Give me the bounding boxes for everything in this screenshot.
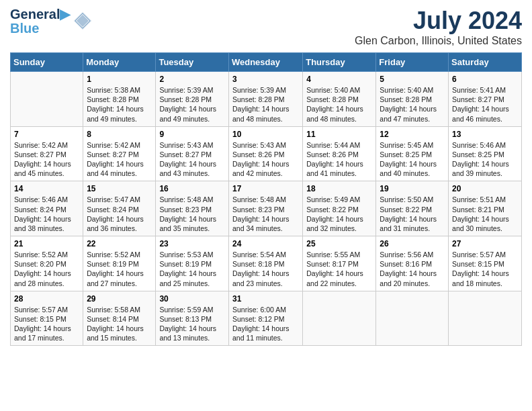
day-number: 9: [159, 130, 225, 139]
col-header-monday: Monday: [83, 53, 156, 72]
day-number: 12: [380, 130, 445, 139]
day-number: 11: [306, 130, 372, 139]
calendar-cell: 21Sunrise: 5:52 AMSunset: 8:20 PMDayligh…: [11, 236, 83, 291]
day-number: 4: [306, 75, 372, 84]
day-info: Sunrise: 5:52 AMSunset: 8:19 PMDaylight:…: [87, 250, 152, 288]
calendar-cell: 23Sunrise: 5:53 AMSunset: 8:19 PMDayligh…: [156, 236, 229, 291]
day-info: Sunrise: 5:47 AMSunset: 8:24 PMDaylight:…: [87, 195, 152, 233]
calendar-table: SundayMondayTuesdayWednesdayThursdayFrid…: [10, 52, 522, 346]
calendar-cell: 14Sunrise: 5:46 AMSunset: 8:24 PMDayligh…: [11, 181, 83, 236]
day-info: Sunrise: 5:59 AMSunset: 8:13 PMDaylight:…: [159, 305, 225, 343]
day-number: 18: [306, 184, 372, 193]
day-number: 19: [380, 184, 445, 193]
day-info: Sunrise: 5:42 AMSunset: 8:27 PMDaylight:…: [87, 140, 152, 179]
day-info: Sunrise: 5:53 AMSunset: 8:19 PMDaylight:…: [159, 250, 225, 288]
calendar-cell: 29Sunrise: 5:58 AMSunset: 8:14 PMDayligh…: [83, 291, 156, 346]
day-info: Sunrise: 5:49 AMSunset: 8:22 PMDaylight:…: [306, 195, 372, 233]
day-number: 30: [159, 294, 225, 304]
calendar-cell: [449, 291, 522, 346]
day-info: Sunrise: 5:39 AMSunset: 8:28 PMDaylight:…: [232, 85, 299, 124]
logo-icon: [73, 11, 93, 31]
calendar-cell: 7Sunrise: 5:42 AMSunset: 8:27 PMDaylight…: [11, 126, 83, 181]
calendar-cell: 20Sunrise: 5:51 AMSunset: 8:21 PMDayligh…: [449, 181, 522, 236]
day-info: Sunrise: 5:38 AMSunset: 8:28 PMDaylight:…: [87, 85, 152, 124]
day-number: 25: [306, 239, 372, 248]
day-number: 3: [232, 75, 299, 84]
calendar-cell: 11Sunrise: 5:44 AMSunset: 8:26 PMDayligh…: [303, 126, 376, 181]
day-info: Sunrise: 5:39 AMSunset: 8:28 PMDaylight:…: [159, 85, 225, 124]
day-number: 13: [452, 130, 518, 139]
calendar-cell: 2Sunrise: 5:39 AMSunset: 8:28 PMDaylight…: [156, 72, 229, 127]
day-info: Sunrise: 5:58 AMSunset: 8:14 PMDaylight:…: [87, 305, 152, 343]
calendar-cell: 1Sunrise: 5:38 AMSunset: 8:28 PMDaylight…: [83, 72, 156, 127]
title-block: July 2024 Glen Carbon, Illinois, United …: [355, 7, 522, 47]
calendar-cell: 30Sunrise: 5:59 AMSunset: 8:13 PMDayligh…: [156, 291, 229, 346]
day-number: 14: [14, 184, 79, 193]
day-number: 5: [380, 75, 445, 84]
day-info: Sunrise: 5:41 AMSunset: 8:27 PMDaylight:…: [452, 85, 518, 124]
day-number: 10: [232, 130, 299, 139]
day-number: 7: [14, 130, 79, 139]
col-header-saturday: Saturday: [449, 53, 522, 72]
day-number: 8: [87, 130, 152, 139]
day-number: 2: [159, 75, 225, 84]
calendar-cell: 24Sunrise: 5:54 AMSunset: 8:18 PMDayligh…: [228, 236, 302, 291]
day-info: Sunrise: 5:40 AMSunset: 8:28 PMDaylight:…: [306, 85, 372, 124]
day-info: Sunrise: 5:46 AMSunset: 8:24 PMDaylight:…: [14, 195, 79, 233]
day-info: Sunrise: 5:54 AMSunset: 8:18 PMDaylight:…: [232, 250, 299, 288]
day-number: 20: [452, 184, 518, 193]
day-number: 24: [232, 239, 299, 248]
day-info: Sunrise: 5:46 AMSunset: 8:25 PMDaylight:…: [452, 140, 518, 179]
col-header-thursday: Thursday: [303, 53, 376, 72]
calendar-cell: 31Sunrise: 6:00 AMSunset: 8:12 PMDayligh…: [228, 291, 302, 346]
day-info: Sunrise: 5:44 AMSunset: 8:26 PMDaylight:…: [306, 140, 372, 179]
day-info: Sunrise: 6:00 AMSunset: 8:12 PMDaylight:…: [232, 305, 299, 343]
calendar-cell: 8Sunrise: 5:42 AMSunset: 8:27 PMDaylight…: [83, 126, 156, 181]
day-number: 23: [159, 239, 225, 248]
day-info: Sunrise: 5:45 AMSunset: 8:25 PMDaylight:…: [380, 140, 445, 179]
day-number: 16: [159, 184, 225, 193]
day-number: 31: [232, 294, 299, 304]
calendar-cell: 12Sunrise: 5:45 AMSunset: 8:25 PMDayligh…: [376, 126, 449, 181]
calendar-cell: 9Sunrise: 5:43 AMSunset: 8:27 PMDaylight…: [156, 126, 229, 181]
calendar-cell: 17Sunrise: 5:48 AMSunset: 8:23 PMDayligh…: [228, 181, 302, 236]
calendar-cell: [303, 291, 376, 346]
calendar-cell: 26Sunrise: 5:56 AMSunset: 8:16 PMDayligh…: [376, 236, 449, 291]
calendar-cell: 19Sunrise: 5:50 AMSunset: 8:22 PMDayligh…: [376, 181, 449, 236]
col-header-friday: Friday: [376, 53, 449, 72]
calendar-cell: 28Sunrise: 5:57 AMSunset: 8:15 PMDayligh…: [11, 291, 83, 346]
day-number: 29: [87, 294, 152, 304]
day-info: Sunrise: 5:51 AMSunset: 8:21 PMDaylight:…: [452, 195, 518, 233]
day-number: 1: [87, 75, 152, 84]
page-header: General▶ Blue July 2024 Glen Carbon, Ill…: [10, 7, 522, 47]
day-info: Sunrise: 5:57 AMSunset: 8:15 PMDaylight:…: [14, 305, 79, 343]
day-number: 28: [14, 294, 79, 304]
day-info: Sunrise: 5:50 AMSunset: 8:22 PMDaylight:…: [380, 195, 445, 233]
calendar-cell: 10Sunrise: 5:43 AMSunset: 8:26 PMDayligh…: [228, 126, 302, 181]
calendar-title: July 2024: [355, 7, 522, 35]
calendar-cell: 15Sunrise: 5:47 AMSunset: 8:24 PMDayligh…: [83, 181, 156, 236]
day-info: Sunrise: 5:48 AMSunset: 8:23 PMDaylight:…: [232, 195, 299, 233]
calendar-cell: 5Sunrise: 5:40 AMSunset: 8:28 PMDaylight…: [376, 72, 449, 127]
day-info: Sunrise: 5:56 AMSunset: 8:16 PMDaylight:…: [380, 250, 445, 288]
day-number: 6: [452, 75, 518, 84]
calendar-cell: 25Sunrise: 5:55 AMSunset: 8:17 PMDayligh…: [303, 236, 376, 291]
logo-text: General▶: [10, 7, 70, 21]
day-number: 17: [232, 184, 299, 193]
logo: General▶ Blue: [10, 7, 93, 35]
day-number: 22: [87, 239, 152, 248]
calendar-cell: 22Sunrise: 5:52 AMSunset: 8:19 PMDayligh…: [83, 236, 156, 291]
calendar-cell: 6Sunrise: 5:41 AMSunset: 8:27 PMDaylight…: [449, 72, 522, 127]
calendar-cell: 3Sunrise: 5:39 AMSunset: 8:28 PMDaylight…: [228, 72, 302, 127]
calendar-cell: 4Sunrise: 5:40 AMSunset: 8:28 PMDaylight…: [303, 72, 376, 127]
day-info: Sunrise: 5:52 AMSunset: 8:20 PMDaylight:…: [14, 250, 79, 288]
calendar-cell: 27Sunrise: 5:57 AMSunset: 8:15 PMDayligh…: [449, 236, 522, 291]
calendar-subtitle: Glen Carbon, Illinois, United States: [355, 35, 522, 47]
logo-subtext: Blue: [10, 21, 70, 35]
calendar-cell: [376, 291, 449, 346]
col-header-tuesday: Tuesday: [156, 53, 229, 72]
col-header-wednesday: Wednesday: [228, 53, 302, 72]
calendar-cell: 18Sunrise: 5:49 AMSunset: 8:22 PMDayligh…: [303, 181, 376, 236]
day-number: 27: [452, 239, 518, 248]
calendar-cell: [11, 72, 83, 127]
